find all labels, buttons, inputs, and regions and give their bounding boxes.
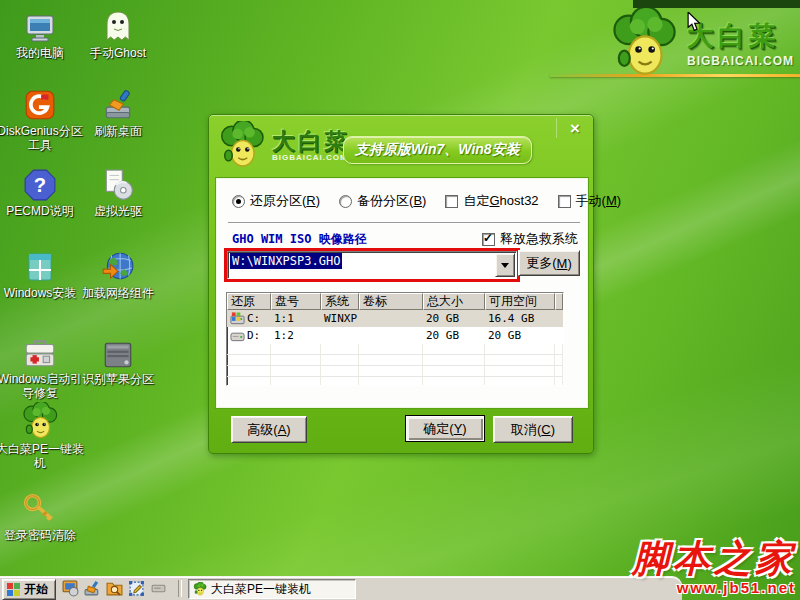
cabbage-mascot-icon [217,121,267,169]
rescue-label: 释放急救系统 [500,230,578,248]
mode-options-row: 还原分区(R) 备份分区(B) 自定Ghost32 手动(M) [232,192,582,210]
table-row-d-drive[interactable]: D: 1:2 20 GB 20 GB [227,327,563,344]
brand-domain: BIGBAICAI.COM [687,54,794,68]
radio-icon [339,195,352,208]
image-path-value[interactable]: W:\WINXPSP3.GHO [228,252,494,278]
cancel-button[interactable]: 取消(C) [493,416,573,443]
dialog-header: 大白菜 BIGBAICAI.COM [217,121,350,169]
cabbage-icon [193,582,207,596]
combobox-dropdown-button[interactable] [495,253,515,277]
display-properties-icon[interactable] [62,580,79,597]
desktop-icon-virtual-cdrom[interactable]: 虚拟光驱 [72,164,164,218]
checkbox-icon [482,233,495,246]
column-header[interactable]: 卷标 [359,293,423,310]
free-space-cell: 16.4 GB [485,310,555,327]
cd-icon [101,168,135,202]
svg-text:?: ? [34,174,46,196]
total-size-cell: 20 GB [423,327,485,344]
cabbage-icon [21,402,59,440]
close-icon[interactable]: × [570,120,580,137]
dialog-brand-domain: BIGBAICAI.COM [272,153,350,162]
desktop-icon-label: 手动Ghost [72,46,164,60]
column-header[interactable]: 总大小 [423,293,485,310]
volume-cell [359,310,423,327]
column-header [555,293,563,310]
file-search-icon[interactable] [106,580,123,597]
screenshot-icon[interactable] [128,580,145,597]
desktop-icon-manual-ghost[interactable]: 手动Ghost [72,6,164,60]
empty-row [227,377,563,386]
desktop-icon-clear-password[interactable]: 登录密码清除 [0,488,86,542]
table-header-row: 还原 盘号 系统 卷标 总大小 可用空间 [227,293,563,310]
ok-button[interactable]: 确定(Y) [405,415,485,442]
empty-row [227,344,563,355]
checkbox-release-rescue-system[interactable]: 释放急救系统 [482,230,578,248]
brush-icon [101,88,135,122]
drive-icon [230,329,245,342]
hard-drive-icon [101,340,135,370]
first-aid-icon [23,336,57,370]
disk-cell: 1:1 [271,310,321,327]
total-size-cell: 20 GB [423,310,485,327]
start-icon [7,583,20,596]
desktop-icon-apple-partition[interactable]: 识别苹果分区 [72,332,164,386]
desktop-icon-label: 虚拟光驱 [72,204,164,218]
desktop-icon-label: 登录密码清除 [0,528,86,542]
radio-restore-label: 还原分区(R) [250,192,320,210]
system-cell [321,327,359,344]
globe-arrow-icon [101,250,135,284]
filler-cell [555,310,563,327]
storage-icon[interactable] [150,580,167,597]
radio-backup-partition[interactable]: 备份分区(B) [339,192,426,210]
chevron-down-icon [501,263,509,272]
diskgenius-icon [23,88,57,122]
advanced-button[interactable]: 高级(A) [231,416,307,443]
monitor-icon [23,12,57,44]
checkbox-manual-label: 手动(M) [576,192,622,210]
taskbar-item-label: 大白菜PE一键装机 [211,581,311,598]
start-button[interactable]: 开始 [2,579,56,600]
taskbar: 开始 大白菜PE一键装机 [0,576,682,600]
annotation-red-box: W:\WINXPSP3.GHO [224,248,520,282]
system-cell: WINXP [321,310,359,327]
taskbar-separator [178,580,182,597]
empty-row [227,366,563,377]
window-icon [24,250,56,284]
checkbox-custom-ghost32[interactable]: 自定Ghost32 [445,192,538,210]
dialog-brand-name: 大白菜 [272,129,350,153]
checkbox-icon [445,195,458,208]
drive-cell: C: [227,310,271,327]
table-row-c-drive[interactable]: C: 1:1 WINXP 20 GB 16.4 GB [227,310,563,327]
checkbox-ghost32-label: 自定Ghost32 [463,192,538,210]
image-path-combobox[interactable]: W:\WINXPSP3.GHO [227,251,517,279]
partition-table: 还原 盘号 系统 卷标 总大小 可用空间 C: 1:1 WINXP 20 GB … [226,292,564,386]
filler-cell [555,327,563,344]
desktop-icon-label: 刷新桌面 [72,124,164,138]
cleanup-brush-icon[interactable] [84,580,101,597]
column-header[interactable]: 系统 [321,293,359,310]
dialog-support-badge: 支持原版Win7、Win8安装 [343,136,532,164]
desktop-icon-load-network[interactable]: 加载网络组件 [72,246,164,300]
desktop-icon-dabaicai-pe[interactable]: 大白菜PE一键装机 [0,402,86,470]
cabbage-mascot-icon [607,8,681,78]
desktop-icon-label: 加载网络组件 [72,286,164,300]
watermark-title: 脚本之家 [632,539,796,579]
column-header[interactable]: 可用空间 [485,293,555,310]
separator [228,222,580,224]
disk-cell: 1:2 [271,327,321,344]
banner-dark-strip [633,0,800,8]
checkbox-manual[interactable]: 手动(M) [558,192,622,210]
ghost-icon [102,10,134,44]
column-header[interactable]: 还原 [227,293,271,310]
desktop-icon-refresh-desktop[interactable]: 刷新桌面 [72,84,164,138]
more-button[interactable]: 更多(M) [518,250,580,276]
drive-cell: D: [227,327,271,344]
radio-restore-partition[interactable]: 还原分区(R) [232,192,320,210]
radio-icon [232,195,245,208]
image-path-label: GHO WIM ISO 映像路径 [232,231,367,248]
desktop: 大白菜 BIGBAICAI.COM 我的电脑 手动Ghost [0,0,800,600]
taskbar-item-dabaicai-pe[interactable]: 大白菜PE一键装机 [188,579,356,599]
column-header[interactable]: 盘号 [271,293,321,310]
volume-cell [359,327,423,344]
dialog-panel: 还原分区(R) 备份分区(B) 自定Ghost32 手动(M) GHO WIM … [215,177,589,409]
